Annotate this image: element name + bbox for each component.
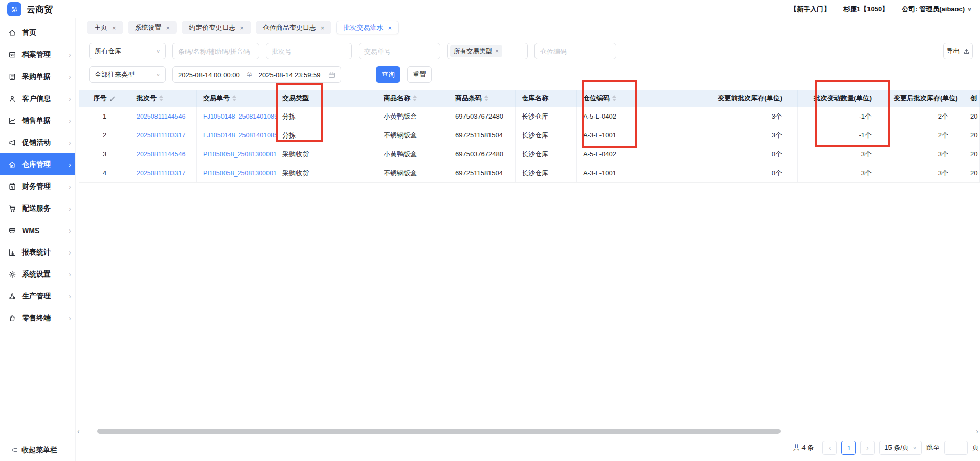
company-label: 公司: 管理员(aibaoc) bbox=[902, 5, 965, 14]
trade-type-select[interactable]: 所有交易类型 × bbox=[447, 43, 528, 59]
export-button-label: 导出 bbox=[947, 47, 960, 56]
sidebar-item-wms[interactable]: WMS › bbox=[0, 219, 75, 241]
page-number-button[interactable]: 1 bbox=[841, 441, 856, 455]
column-header-stock_before: 变更前批次库存(单位) bbox=[680, 90, 798, 107]
pencil-icon[interactable] bbox=[109, 95, 116, 102]
table-row: 320250811144546PI1050058_25081300001采购收货… bbox=[79, 145, 980, 164]
sidebar: 首页 › 档案管理 › 采购单据 › 客户信息 › 销售单据 › 促销活动 › … bbox=[0, 18, 76, 461]
sidebar-item-sales[interactable]: 销售单据 › bbox=[0, 109, 75, 131]
cell-bin_code: A-3-L-1001 bbox=[577, 126, 680, 145]
scroll-left-icon[interactable]: ‹ bbox=[77, 427, 80, 435]
pagination: 共 4 条 ‹ 1 › 15 条/页 ∨ 跳至 页 bbox=[793, 440, 980, 456]
cell-trade_no[interactable]: FJ1050148_25081401085 bbox=[197, 126, 276, 145]
sidebar-item-archives[interactable]: 档案管理 › bbox=[0, 43, 75, 65]
cell-batch_no[interactable]: 20250811144546 bbox=[130, 145, 197, 164]
sidebar-item-warehouse[interactable]: 仓库管理 › bbox=[0, 153, 75, 175]
cell-warehouse: 长沙仓库 bbox=[516, 145, 577, 164]
sidebar-item-label: 仓库管理 bbox=[22, 160, 69, 169]
jump-to-input[interactable] bbox=[944, 441, 968, 455]
keyword-input[interactable] bbox=[172, 43, 259, 59]
sidebar-item-label: 配送服务 bbox=[22, 204, 69, 213]
column-header-product_name[interactable]: 商品名称 bbox=[377, 90, 449, 107]
flow-type-select[interactable]: 全部往来类型 ∨ bbox=[89, 66, 166, 83]
collapse-menu-icon bbox=[11, 447, 18, 453]
cell-trade_no[interactable]: PI1050058_25081300001 bbox=[197, 145, 276, 164]
sidebar-item-home[interactable]: 首页 › bbox=[0, 21, 75, 43]
cell-batch_no[interactable]: 20250811103317 bbox=[130, 164, 197, 182]
date-range-picker[interactable]: 2025-08-14 00:00:00 至 2025-08-14 23:59:5… bbox=[172, 66, 341, 83]
sidebar-item-label: 零售终端 bbox=[22, 314, 69, 323]
sidebar-item-customers[interactable]: 客户信息 › bbox=[0, 87, 75, 109]
sidebar-item-promotion[interactable]: 促销活动 › bbox=[0, 131, 75, 153]
sort-carets-icon[interactable] bbox=[232, 93, 236, 103]
cell-batch_no[interactable]: 20250811103317 bbox=[130, 126, 197, 145]
cell-stock_after: 3个 bbox=[887, 164, 964, 182]
page-size-value: 15 条/页 bbox=[884, 443, 909, 452]
cell-stock_before: 3个 bbox=[680, 126, 798, 145]
close-icon[interactable]: × bbox=[321, 24, 325, 32]
export-icon bbox=[963, 48, 970, 55]
sidebar-item-purchase[interactable]: 采购单据 › bbox=[0, 65, 75, 87]
cell-trade_no[interactable]: PI1050058_25081300001 bbox=[197, 164, 276, 182]
close-icon[interactable]: × bbox=[240, 24, 244, 32]
app-window: 云商贸 【新手入门】 杉廉1【1050】 公司: 管理员(aibaoc) ∨ 首… bbox=[0, 0, 980, 461]
sidebar-item-production[interactable]: 生产管理 › bbox=[0, 285, 75, 307]
quick-start-link[interactable]: 【新手入门】 bbox=[790, 5, 830, 14]
search-button[interactable]: 查询 bbox=[376, 66, 400, 83]
production-icon bbox=[8, 292, 16, 301]
page-size-select[interactable]: 15 条/页 ∨ bbox=[879, 441, 922, 455]
chevron-right-icon: › bbox=[69, 95, 71, 102]
bin-code-input[interactable] bbox=[534, 43, 616, 59]
remove-tag-icon[interactable]: × bbox=[495, 48, 499, 55]
cell-batch_no[interactable]: 20250811144546 bbox=[130, 107, 197, 126]
column-header-seq: 序号 bbox=[79, 90, 130, 107]
sort-carets-icon[interactable] bbox=[484, 93, 488, 103]
topbar: 云商贸 【新手入门】 杉廉1【1050】 公司: 管理员(aibaoc) ∨ bbox=[0, 0, 980, 18]
column-header-bin_code[interactable]: 仓位编码 bbox=[577, 90, 680, 107]
tab-settings-tab[interactable]: 系统设置 × bbox=[128, 21, 177, 34]
collapse-menu-button[interactable]: 收起菜单栏 bbox=[0, 439, 75, 461]
sidebar-item-finance[interactable]: 财务管理 › bbox=[0, 175, 75, 197]
sort-carets-icon[interactable] bbox=[159, 93, 163, 103]
tab-bin-product-log[interactable]: 仓位商品变更日志 × bbox=[256, 21, 332, 34]
sidebar-item-label: 销售单据 bbox=[22, 116, 69, 125]
wms-truck-icon bbox=[8, 226, 16, 235]
cell-trade_type: 分拣 bbox=[276, 107, 377, 126]
cell-seq: 3 bbox=[79, 145, 130, 164]
column-header-trade_no[interactable]: 交易单号 bbox=[197, 90, 276, 107]
tab-home-tab[interactable]: 主页 × bbox=[87, 21, 123, 34]
column-header-created: 创 bbox=[964, 90, 980, 107]
column-header-warehouse: 仓库名称 bbox=[516, 90, 577, 107]
column-header-batch_no[interactable]: 批次号 bbox=[130, 90, 197, 107]
export-button[interactable]: 导出 bbox=[943, 43, 973, 59]
tab-agreed-price-log[interactable]: 约定价变更日志 × bbox=[182, 21, 251, 34]
sort-carets-icon[interactable] bbox=[612, 93, 616, 103]
cell-stock_after: 2个 bbox=[887, 107, 964, 126]
sort-carets-icon[interactable] bbox=[413, 93, 417, 103]
close-icon[interactable]: × bbox=[388, 24, 392, 32]
batch-no-input[interactable] bbox=[266, 43, 352, 59]
next-page-button[interactable]: › bbox=[860, 441, 875, 455]
sidebar-item-reports[interactable]: 报表统计 › bbox=[0, 241, 75, 263]
sidebar-item-delivery[interactable]: 配送服务 › bbox=[0, 197, 75, 219]
prev-page-button[interactable]: ‹ bbox=[822, 441, 837, 455]
warehouse-select[interactable]: 所有仓库 ∨ bbox=[89, 43, 166, 59]
app-logo-icon bbox=[7, 2, 21, 16]
column-label: 批次号 bbox=[137, 94, 157, 103]
cell-bin_code: A-3-L-1001 bbox=[577, 164, 680, 182]
sidebar-item-retail[interactable]: 零售终端 › bbox=[0, 307, 75, 329]
sidebar-item-settings[interactable]: 系统设置 › bbox=[0, 263, 75, 285]
trade-no-input[interactable] bbox=[359, 43, 440, 59]
cell-seq: 1 bbox=[79, 107, 130, 126]
sidebar-item-label: 客户信息 bbox=[22, 94, 69, 103]
close-icon[interactable]: × bbox=[166, 24, 170, 32]
column-header-barcode[interactable]: 商品条码 bbox=[449, 90, 516, 107]
company-switcher[interactable]: 公司: 管理员(aibaoc) ∨ bbox=[902, 5, 972, 14]
scroll-right-icon[interactable]: › bbox=[976, 427, 978, 435]
horizontal-scrollbar-thumb[interactable] bbox=[97, 429, 781, 434]
close-icon[interactable]: × bbox=[112, 24, 116, 32]
tab-batch-trade-flow[interactable]: 批次交易流水 × bbox=[336, 21, 399, 34]
reset-button[interactable]: 重置 bbox=[407, 66, 432, 83]
sidebar-item-label: 生产管理 bbox=[22, 292, 69, 301]
cell-trade_no[interactable]: FJ1050148_25081401085 bbox=[197, 107, 276, 126]
